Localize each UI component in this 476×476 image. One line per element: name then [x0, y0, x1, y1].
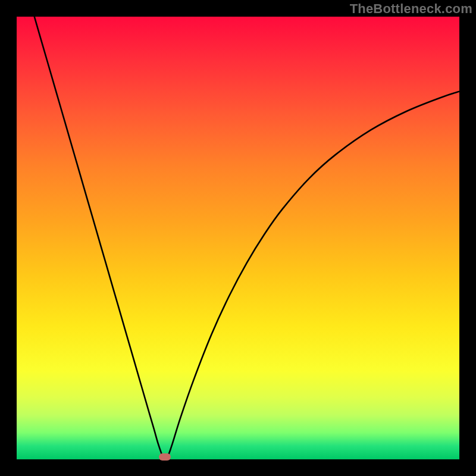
optimal-point-marker — [159, 453, 171, 461]
plot-area — [17, 17, 459, 459]
chart-frame: TheBottleneck.com — [0, 0, 476, 476]
watermark-text: TheBottleneck.com — [350, 1, 472, 17]
bottleneck-curve — [17, 17, 459, 459]
